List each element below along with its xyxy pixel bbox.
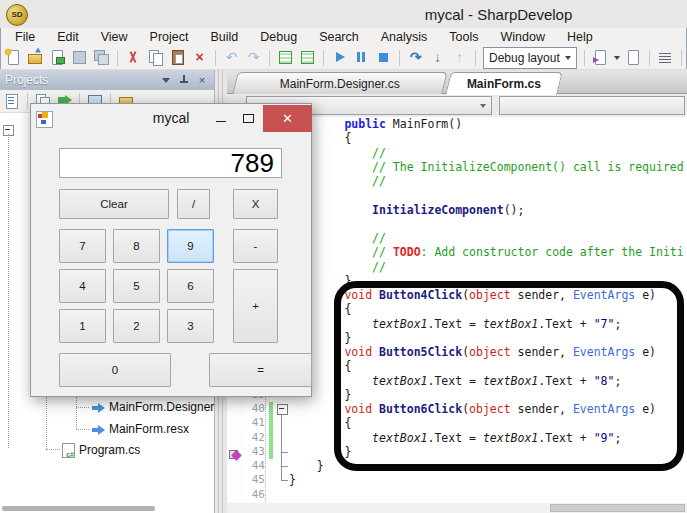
new-file-icon[interactable] [5,49,22,66]
editor-tabstrip: MainForm.Designer.cs MainForm.cs [227,70,687,94]
chevron-down-icon[interactable] [614,56,620,63]
open-folder-icon[interactable] [27,49,44,66]
line-number: 44 [243,459,265,473]
save-all-icon[interactable] [93,49,110,66]
close-icon: ✕ [282,112,293,125]
tab-mainform-cs[interactable]: MainForm.cs [445,72,563,95]
divide-button[interactable]: / [177,189,210,219]
calculator-display[interactable]: 789 [59,148,282,178]
two-button[interactable]: 2 [113,309,160,343]
toolbar-separator [649,50,650,66]
line-number: 46 [243,488,265,502]
menu-analysis[interactable]: Analysis [370,28,439,46]
project-properties-icon[interactable] [4,93,20,109]
bookmark-icon [229,449,241,461]
titlebar: SD mycal - SharpDevelop [0,0,687,28]
panel-pin-icon[interactable] [177,73,191,87]
open-file-icon[interactable] [49,49,66,66]
menu-search[interactable]: Search [308,28,370,46]
code-line: InitializeComponent(); [289,203,687,217]
toolbar-separator [399,50,400,66]
seven-button[interactable]: 7 [59,229,106,263]
copy-icon[interactable] [147,49,164,66]
fold-line [281,466,288,467]
toolbar-separator [269,50,270,66]
projects-panel-title: Projects [5,73,155,87]
code-line: // [289,146,687,160]
tree-item-mainform-designer[interactable]: MainForm.Designer [92,399,214,415]
step-out-icon[interactable]: ↑ [451,49,468,66]
six-button[interactable]: 6 [167,269,214,303]
menu-project[interactable]: Project [139,28,200,46]
equals-button[interactable]: = [209,353,312,387]
menu-view[interactable]: View [90,28,139,46]
undo-icon[interactable]: ↶ [223,49,240,66]
step-into-icon[interactable]: ↓ [429,49,446,66]
toolbar-separator [27,93,28,109]
redo-icon[interactable]: ↷ [245,49,262,66]
tree-item-label: Program.cs [79,443,140,457]
uncomment-region-icon[interactable] [299,49,316,66]
nine-button[interactable]: 9 [167,229,214,263]
layout-selector-combo[interactable]: Debug layout [483,47,577,69]
tree-item-program-cs[interactable]: Program.cs [62,442,140,458]
member-combo[interactable] [499,96,685,115]
tab-mainform-designer-cs[interactable]: MainForm.Designer.cs [232,72,447,94]
one-button[interactable]: 1 [59,309,106,343]
calculator-titlebar[interactable]: mycal ✕ [31,104,311,133]
code-line: // TODO: Add constructor code after the … [289,245,687,259]
panel-menu-chevron-icon[interactable] [159,73,173,87]
delete-icon[interactable]: × [191,49,208,66]
horizontal-scrollbar-thumb[interactable] [2,506,155,511]
code-line [289,188,687,202]
layout-selector-value: Debug layout [489,51,560,65]
tree-item-mainform-resx[interactable]: MainForm.resx [92,421,189,437]
menu-debug[interactable]: Debug [249,28,308,46]
menu-tools[interactable]: Tools [438,28,489,46]
paste-icon[interactable] [169,49,186,66]
multiply-button[interactable]: X [233,189,278,219]
panel-close-icon[interactable]: × [195,73,209,87]
browse-disabled-icon [625,49,642,66]
horizontal-scrollbar-thumb[interactable] [550,504,685,512]
fold-collapse-icon[interactable] [277,404,288,415]
minimize-button[interactable] [207,105,234,132]
eight-button[interactable]: 8 [113,229,160,263]
annotation-highlight-box [334,281,684,471]
browse-with-icon[interactable] [592,49,609,66]
clear-button[interactable]: Clear [59,189,169,219]
plus-button[interactable]: + [233,269,278,343]
toolbar-separator [584,50,585,66]
tree-item-label: MainForm.resx [109,422,189,436]
run-icon[interactable] [331,49,348,66]
four-button[interactable]: 4 [59,269,106,303]
window-title: mycal - SharpDevelop [0,6,687,23]
change-marker-bar [269,402,273,459]
stop-icon[interactable] [375,49,392,66]
toolbar-separator [323,50,324,66]
menu-build[interactable]: Build [199,28,249,46]
menu-help[interactable]: Help [556,28,604,46]
comment-region-icon[interactable] [277,49,294,66]
line-number: 41 [243,416,265,430]
close-button[interactable]: ✕ [263,105,312,132]
editor-horizontal-scrollbar[interactable] [227,503,687,513]
tab-label: MainForm.Designer.cs [280,77,400,91]
pause-icon[interactable] [353,49,370,66]
zero-button[interactable]: 0 [59,353,171,387]
step-over-icon[interactable]: ↷ [407,49,424,66]
tree-connector [76,397,77,429]
maximize-button[interactable] [234,105,263,132]
save-icon[interactable] [71,49,88,66]
minus-button[interactable]: - [233,229,278,263]
menu-window[interactable]: Window [489,28,555,46]
code-line: // [289,260,687,274]
tab-label: MainForm.cs [467,77,541,91]
menu-file[interactable]: File [4,28,46,46]
three-button[interactable]: 3 [167,309,214,343]
dependent-file-icon [92,424,105,435]
five-button[interactable]: 5 [113,269,160,303]
menu-edit[interactable]: Edit [46,28,90,46]
format-document-icon[interactable] [657,49,674,66]
cut-icon[interactable] [125,49,142,66]
